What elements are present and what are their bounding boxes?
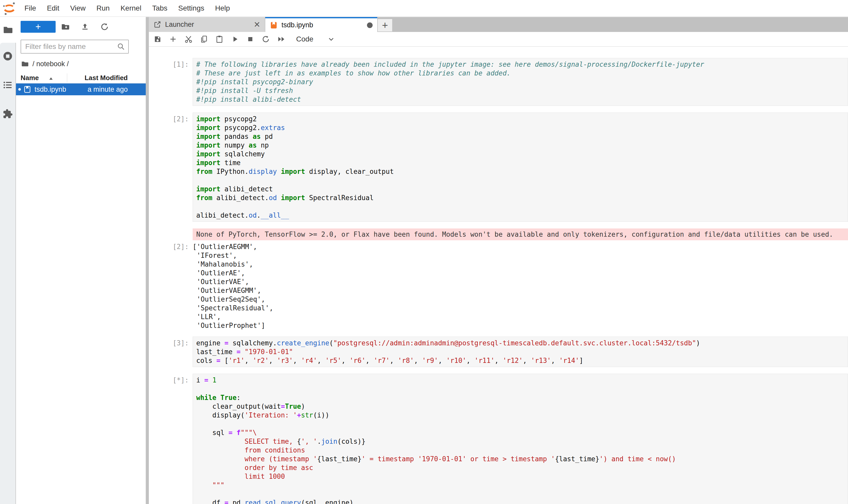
code-line: from IPython.display import display, cle…: [196, 167, 848, 176]
code-line: [196, 490, 848, 498]
insert-cell-icon: [169, 35, 177, 43]
chevron-down-icon[interactable]: [327, 35, 336, 43]
sidebar-running-sessions-icon[interactable]: [3, 51, 13, 61]
code-editor[interactable]: engine = sqlalchemy.create_engine("postg…: [193, 337, 848, 367]
notebook-cell: [2]:import psycopg2import psycopg2.extra…: [149, 112, 848, 222]
code-line: from conditions: [196, 446, 848, 454]
refresh-icon: [100, 22, 109, 31]
file-modified: a minute ago: [88, 86, 128, 93]
code-editor[interactable]: i = 1 while True: clear_output(wait=True…: [193, 374, 848, 504]
notebook-toolbar: Code: [149, 32, 848, 47]
code-line: import numpy as np: [196, 141, 848, 150]
code-line: [196, 419, 848, 428]
copy-icon: [200, 35, 208, 43]
cut-icon: [184, 35, 193, 43]
sidebar-extension-manager-icon[interactable]: [3, 109, 13, 119]
code-line: import psycopg2: [196, 114, 848, 123]
input-prompt: [1]:: [149, 58, 193, 106]
output-text: ['OutlierAEGMM', 'IForest', 'Mahalanobis…: [193, 242, 848, 330]
run-icon: [231, 35, 239, 43]
run-all-icon: [277, 35, 285, 43]
input-prompt: [2]:: [149, 112, 193, 222]
code-line: 'SpectralResidual',: [193, 304, 848, 312]
refresh-button[interactable]: [95, 21, 114, 32]
file-row[interactable]: tsdb.ipynba minute ago: [16, 84, 146, 95]
new-tab-button[interactable]: +: [378, 19, 392, 32]
code-line: where (timestamp '{last_time}' = timesta…: [196, 454, 848, 463]
code-line: #!pip install psycopg2-binary: [196, 77, 848, 86]
code-line: #!pip install alibi-detect: [196, 95, 848, 104]
file-name: tsdb.ipynb: [35, 86, 66, 93]
menu-help[interactable]: Help: [210, 4, 235, 12]
column-header-modified[interactable]: Last Modified: [85, 74, 128, 82]
restart-icon: [261, 35, 270, 43]
run-all-button[interactable]: [273, 34, 289, 44]
stderr-output: None of PyTorch, TensorFlow >= 2.0, or F…: [193, 229, 848, 240]
code-line: 'OutlierVAEGMM',: [193, 286, 848, 295]
menu-tabs[interactable]: Tabs: [147, 4, 173, 12]
code-editor[interactable]: # The following libraries have already b…: [193, 58, 848, 106]
file-browser-panel: + / notebook / Name Last Modified tsdb.i…: [16, 17, 146, 504]
panel-splitter[interactable]: [146, 17, 149, 504]
breadcrumb[interactable]: / notebook /: [21, 60, 146, 68]
code-line: 'OutlierVAE',: [193, 277, 848, 286]
search-icon: [117, 42, 125, 51]
home-folder-icon: [21, 60, 29, 68]
cut-button[interactable]: [181, 34, 196, 44]
insert-cell-button[interactable]: [165, 34, 181, 44]
copy-button[interactable]: [196, 34, 212, 44]
code-line: limit 1000: [196, 472, 848, 481]
file-filter-box: [21, 40, 129, 54]
paste-button[interactable]: [212, 34, 227, 44]
code-line: 'Mahalanobis',: [193, 260, 848, 269]
tab-dirty-dot-icon[interactable]: [367, 22, 373, 28]
stop-button[interactable]: [242, 34, 258, 44]
tab-label: Launcher: [165, 21, 194, 29]
notebook-cell: [*]:i = 1 while True: clear_output(wait=…: [149, 374, 848, 504]
left-sidebar: [0, 17, 16, 504]
paste-icon: [215, 35, 223, 43]
menu-view[interactable]: View: [65, 4, 91, 12]
sidebar-folder-icon[interactable]: [3, 25, 13, 35]
save-button[interactable]: [150, 34, 165, 44]
code-line: order by time asc: [196, 463, 848, 472]
sidebar-section: [0, 43, 16, 504]
notebook-icon: [270, 21, 277, 29]
code-line: last_time = "1970-01-01": [196, 347, 848, 356]
sidebar-table-of-contents-icon[interactable]: [3, 80, 13, 90]
code-line: 'OutlierSeq2Seq',: [193, 295, 848, 304]
menu-file[interactable]: File: [19, 4, 41, 12]
column-header-name[interactable]: Name: [21, 74, 39, 82]
cell-type-select[interactable]: Code: [296, 35, 313, 43]
code-line: [196, 384, 848, 393]
code-line: alibi_detect.od.__all__: [196, 211, 848, 220]
menu-settings[interactable]: Settings: [173, 4, 210, 12]
code-line: i = 1: [196, 376, 848, 384]
menu-edit[interactable]: Edit: [41, 4, 65, 12]
stop-icon: [246, 35, 254, 43]
code-line: clear_output(wait=True): [196, 402, 848, 411]
code-line: engine = sqlalchemy.create_engine("postg…: [196, 339, 848, 347]
code-editor[interactable]: import psycopg2import psycopg2.extrasimp…: [193, 112, 848, 222]
restart-button[interactable]: [258, 34, 273, 44]
menu-items: FileEditViewRunKernelTabsSettingsHelp: [19, 4, 235, 12]
notebook-scroll-area[interactable]: [1]:# The following libraries have alrea…: [149, 47, 848, 504]
menu-kernel[interactable]: Kernel: [115, 4, 147, 12]
tab-tsdb-ipynb[interactable]: tsdb.ipynb: [265, 17, 377, 32]
file-browser-actions: +: [21, 21, 146, 33]
menu-run[interactable]: Run: [91, 4, 115, 12]
file-filter-input[interactable]: [25, 42, 117, 51]
tab-launcher[interactable]: Launcher✕: [149, 17, 265, 32]
run-button[interactable]: [227, 34, 242, 44]
new-launcher-button[interactable]: +: [21, 21, 56, 33]
new-folder-button[interactable]: [56, 21, 75, 32]
tab-label: tsdb.ipynb: [282, 21, 313, 29]
output-prompt: [2]:: [149, 242, 193, 330]
code-line: 'OutlierProphet']: [193, 321, 848, 330]
code-line: # The following libraries have already b…: [196, 60, 848, 69]
tab-close-icon[interactable]: ✕: [254, 20, 260, 29]
main-dock-panel: Launcher✕tsdb.ipynb+ Code [1]:# The foll…: [149, 17, 848, 504]
code-line: [196, 176, 848, 185]
code-line: """: [196, 481, 848, 490]
upload-button[interactable]: [75, 21, 95, 32]
